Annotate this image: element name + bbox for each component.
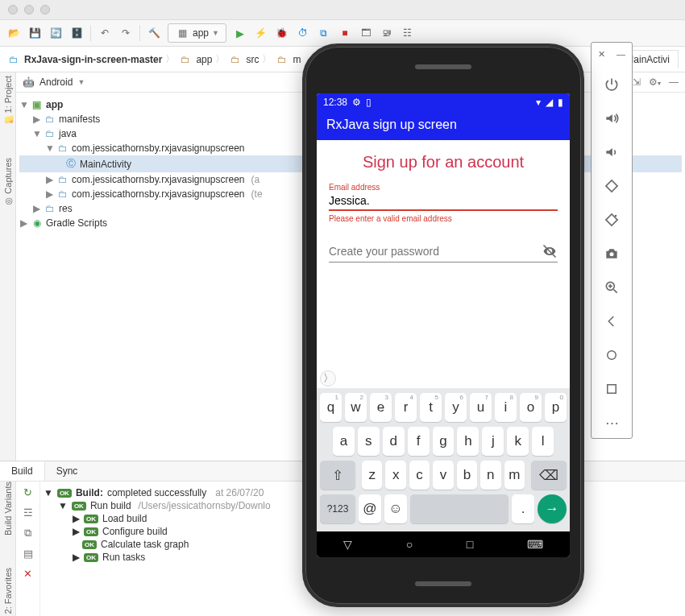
expand-caret[interactable]: ▼ [19, 99, 27, 110]
tree-item-package[interactable]: com.jessicathornsby.rxjavasignupscreen [72, 143, 245, 154]
tree-item-gradle[interactable]: Gradle Scripts [46, 217, 107, 229]
backspace-key[interactable]: ⌫ [531, 461, 567, 490]
key-u[interactable]: u7 [470, 393, 492, 422]
expand-caret[interactable]: ▶ [45, 188, 53, 200]
key-c[interactable]: c [409, 461, 430, 490]
volume-up-icon[interactable] [603, 110, 621, 127]
expand-caret[interactable]: ▶ [73, 526, 80, 537]
rerun-icon[interactable]: ↻ [23, 486, 32, 498]
layout-inspector-icon[interactable]: 🗔 [359, 26, 373, 40]
crumb-item[interactable]: m [293, 54, 301, 65]
key-s[interactable]: s [358, 427, 380, 456]
key-n[interactable]: n [480, 461, 500, 490]
recents-icon[interactable]: □ [467, 538, 473, 551]
key-d[interactable]: d [383, 427, 405, 456]
tab-build[interactable]: Build [0, 461, 45, 481]
shift-key[interactable]: ⇧ [320, 461, 355, 490]
avdm-icon[interactable]: 🗄️ [69, 26, 84, 40]
emoji-key[interactable]: ☺ [384, 494, 407, 523]
keyboard-icon[interactable]: ⌨ [527, 538, 543, 551]
rotate-left-icon[interactable] [603, 177, 621, 195]
favorites-tab[interactable]: ★2: Favorites [2, 568, 13, 616]
expand-caret[interactable]: ▼ [45, 143, 53, 154]
key-f[interactable]: f [408, 427, 430, 456]
key-b[interactable]: b [457, 461, 477, 490]
minimize-dot[interactable] [24, 5, 34, 14]
tree-item-manifests[interactable]: manifests [59, 114, 100, 125]
period-key[interactable]: . [512, 494, 534, 523]
gear-icon[interactable]: ⚙▾ [649, 76, 661, 88]
keyboard-expand-icon[interactable]: 〉 [320, 370, 336, 387]
crumb-item[interactable]: app [196, 54, 212, 65]
camera-icon[interactable] [603, 245, 621, 263]
key-r[interactable]: r4 [395, 393, 417, 422]
run-config-selector[interactable]: ▦ app ▼ [168, 23, 226, 43]
close-icon[interactable]: ✕ [598, 49, 605, 60]
expand-caret[interactable]: ▶ [45, 174, 53, 185]
tree-item-package-test[interactable]: com.jessicathornsby.rxjavasignupscreen [72, 188, 245, 200]
overview-icon[interactable] [603, 380, 621, 398]
power-icon[interactable] [603, 76, 621, 93]
build-variants-tab[interactable]: Build Variants [3, 482, 13, 535]
expand-caret[interactable]: ▼ [32, 128, 40, 139]
visibility-off-icon[interactable] [542, 243, 558, 259]
tree-item-mainactivity[interactable]: MainActivity [80, 159, 131, 170]
close-dot[interactable] [8, 5, 18, 14]
key-k[interactable]: k [507, 427, 529, 456]
minimize-icon[interactable]: — [616, 49, 625, 60]
debug-icon[interactable]: 🐞 [275, 26, 289, 40]
expand-caret[interactable]: ▶ [73, 513, 80, 524]
expand-caret[interactable]: ▶ [73, 552, 80, 563]
attach-icon[interactable]: ⧉ [317, 26, 331, 40]
tree-item-app[interactable]: app [46, 99, 63, 110]
key-j[interactable]: j [482, 427, 504, 456]
project-tool-tab[interactable]: 📁1: Project [2, 76, 13, 126]
sync-icon[interactable]: 🔄 [48, 26, 63, 40]
run-icon[interactable]: ▶ [233, 26, 247, 40]
volume-down-icon[interactable] [603, 143, 621, 161]
at-key[interactable]: @ [359, 494, 381, 523]
device-screen[interactable]: 12:38 ⚙ ▯ ▾ ◢ ▮ RxJava sign up screen Si… [317, 93, 570, 557]
key-t[interactable]: t5 [420, 393, 442, 422]
enter-key[interactable]: → [538, 494, 567, 523]
key-e[interactable]: e3 [370, 393, 392, 422]
open-icon[interactable]: 📂 [6, 26, 21, 40]
hammer-icon[interactable]: 🔨 [147, 26, 161, 40]
clear-icon[interactable]: ✕ [23, 568, 32, 580]
expand-caret[interactable]: ▶ [32, 203, 40, 214]
tree-item-package-androidtest[interactable]: com.jessicathornsby.rxjavasignupscreen [72, 174, 245, 185]
key-m[interactable]: m [504, 461, 525, 490]
crumb-item[interactable]: src [246, 54, 259, 65]
tree-item-java[interactable]: java [59, 128, 77, 139]
rotate-right-icon[interactable] [603, 211, 621, 229]
captures-tool-tab[interactable]: ◎Captures [2, 158, 13, 207]
key-w[interactable]: w2 [345, 393, 367, 422]
home-icon[interactable] [603, 346, 621, 364]
home-icon[interactable]: ○ [406, 538, 413, 551]
key-z[interactable]: z [362, 461, 382, 490]
structure-icon[interactable]: ☷ [401, 26, 415, 40]
tab-sync[interactable]: Sync [45, 461, 89, 481]
key-g[interactable]: g [433, 427, 455, 456]
key-x[interactable]: x [385, 461, 405, 490]
redo-icon[interactable]: ↷ [118, 26, 133, 40]
hide-icon[interactable]: — [669, 76, 679, 88]
key-y[interactable]: y6 [445, 393, 467, 422]
filter-icon[interactable]: ☲ [23, 506, 33, 519]
project-view-selector[interactable]: Android [39, 76, 73, 88]
back-icon[interactable]: ▽ [343, 538, 352, 551]
sdk-icon[interactable]: 🖳 [380, 26, 394, 40]
apply-changes-icon[interactable]: ⚡ [254, 26, 268, 40]
space-key[interactable] [410, 494, 509, 523]
symbols-key[interactable]: ?123 [320, 494, 355, 523]
key-p[interactable]: p0 [545, 393, 567, 422]
tree-item-res[interactable]: res [59, 203, 73, 214]
expand-caret[interactable]: ▶ [32, 114, 40, 125]
save-icon[interactable]: 💾 [27, 26, 42, 40]
email-field[interactable] [329, 192, 558, 211]
key-l[interactable]: l [532, 427, 554, 456]
expand-caret[interactable]: ▼ [44, 487, 53, 498]
undo-icon[interactable]: ↶ [98, 26, 112, 40]
key-a[interactable]: a [333, 427, 355, 456]
key-i[interactable]: i8 [495, 393, 517, 422]
